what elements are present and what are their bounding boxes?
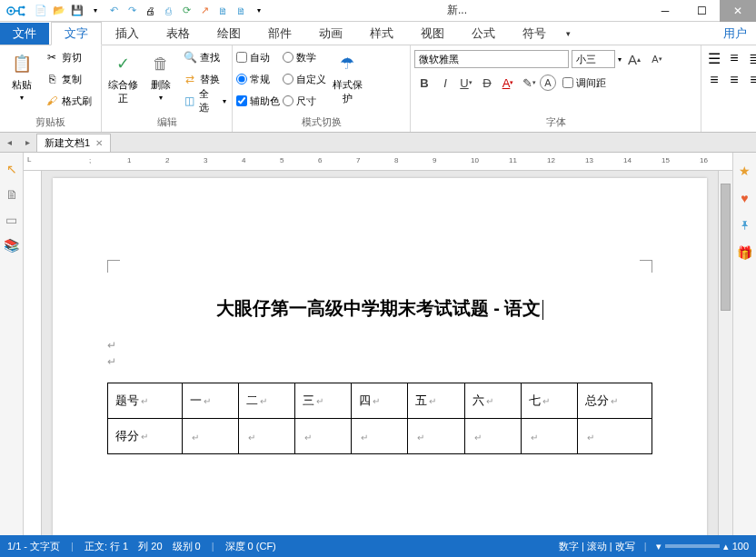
table-row[interactable]: 得分↵ ↵ ↵ ↵ ↵ ↵ ↵ ↵ ↵ [108, 419, 652, 454]
qat-new-icon[interactable]: 📄 [33, 3, 49, 19]
document-tab[interactable]: 新建文档1 ✕ [36, 134, 111, 152]
cut-button[interactable]: ✂剪切 [43, 47, 94, 67]
gift-tool-icon[interactable]: 🎁 [736, 244, 754, 262]
page-tool-icon[interactable]: 🗎 [3, 185, 21, 204]
tab-dropdown-icon[interactable]: ▾ [560, 25, 577, 42]
frame-tool-icon[interactable]: ▭ [3, 211, 21, 229]
pointer-tool-icon[interactable]: ↖ [3, 160, 21, 178]
decrease-font-button[interactable]: A▾ [647, 49, 667, 69]
zoom-out-icon[interactable]: ▾ [656, 541, 662, 552]
file-menu-button[interactable]: 文件 [0, 23, 49, 45]
table-cell[interactable]: 一↵ [183, 383, 239, 419]
qat-redo-icon[interactable]: ↷ [124, 3, 140, 19]
bold-button[interactable]: B [414, 73, 434, 93]
align-center-button[interactable]: ≡ [725, 71, 743, 89]
qat-more-icon[interactable]: ▾ [251, 3, 267, 19]
normal-radio[interactable]: 常规 [236, 69, 280, 89]
vertical-ruler[interactable] [24, 171, 42, 552]
minimize-button[interactable]: ─ [647, 0, 683, 22]
status-page[interactable]: 1/1 - 文字页 [7, 540, 60, 553]
zoom-in-icon[interactable]: ▴ [723, 541, 729, 552]
table-cell[interactable]: ↵ [239, 419, 295, 454]
page-viewport[interactable]: 大眼仔第一高级中学期末考试试题 - 语文 ↵ ↵ 题号↵ 一↵ 二↵ 三↵ 四↵… [42, 171, 718, 538]
copy-button[interactable]: ⎘复制 [43, 69, 94, 89]
star-tool-icon[interactable]: ★ [736, 162, 754, 180]
table-cell[interactable]: 总分↵ [577, 383, 652, 419]
close-button[interactable]: ✕ [720, 0, 756, 22]
align-left-button[interactable]: ≡ [705, 71, 723, 89]
document-title[interactable]: 大眼仔第一高级中学期末考试试题 - 语文 [107, 296, 652, 321]
document-tab-close-icon[interactable]: ✕ [95, 138, 103, 148]
qat-print2-icon[interactable]: ⎙ [160, 3, 176, 19]
table-cell[interactable]: ↵ [577, 419, 652, 454]
table-cell[interactable]: ↵ [408, 419, 464, 454]
table-cell[interactable]: ↵ [183, 419, 239, 454]
table-cell[interactable]: 六↵ [464, 383, 521, 419]
dimension-radio[interactable]: 尺寸 [283, 91, 326, 111]
align-right-button[interactable]: ≡ [745, 71, 756, 89]
tab-text[interactable]: 文字 [51, 22, 102, 45]
custom-radio[interactable]: 自定义 [283, 69, 326, 89]
table-cell[interactable]: ↵ [521, 419, 577, 454]
table-cell[interactable]: 四↵ [352, 383, 408, 419]
replace-button[interactable]: ⇄替换 [181, 69, 228, 89]
integrate-button[interactable]: ✓ 综合修正 [105, 47, 141, 105]
qat-doc1-icon[interactable]: 🗎 [214, 3, 231, 19]
user-menu[interactable]: 用户 [723, 25, 747, 42]
doctab-next-icon[interactable]: ▸ [18, 134, 36, 152]
books-tool-icon[interactable]: 📚 [3, 236, 21, 254]
table-cell[interactable]: ↵ [352, 419, 408, 454]
increase-font-button[interactable]: A▴ [624, 49, 644, 69]
clip-tool-icon[interactable]: 🖈 [736, 216, 754, 234]
spacing-checkbox[interactable]: 调间距 [562, 73, 606, 93]
select-all-button[interactable]: ◫全选▾ [181, 91, 228, 111]
format-painter-button[interactable]: 🖌格式刷 [43, 91, 94, 111]
qat-undo-icon[interactable]: ↶ [105, 3, 122, 19]
aux-color-checkbox[interactable]: 辅助色 [236, 91, 280, 111]
tab-table[interactable]: 表格 [153, 22, 204, 45]
qat-dropdown-icon[interactable]: ▾ [87, 3, 104, 19]
tab-animation[interactable]: 动画 [305, 22, 356, 45]
table-cell[interactable]: 七↵ [521, 383, 577, 419]
list-button[interactable]: ≣ [745, 49, 756, 67]
tab-formula[interactable]: 公式 [458, 22, 509, 45]
font-size-select[interactable] [572, 50, 615, 68]
table-row[interactable]: 题号↵ 一↵ 二↵ 三↵ 四↵ 五↵ 六↵ 七↵ 总分↵ [108, 383, 652, 419]
qat-print-icon[interactable]: 🖨 [142, 3, 158, 19]
qat-save-icon[interactable]: 💾 [69, 3, 85, 19]
tab-insert[interactable]: 插入 [102, 22, 153, 45]
style-protect-button[interactable]: ☂ 样式保护 [329, 47, 365, 105]
table-cell[interactable]: 五↵ [408, 383, 464, 419]
table-cell[interactable]: 三↵ [295, 383, 352, 419]
circle-a-button[interactable]: A [540, 75, 556, 91]
scrollbar-thumb[interactable] [721, 184, 731, 311]
list-number-button[interactable]: ≡ [725, 49, 743, 67]
italic-button[interactable]: I [435, 73, 455, 93]
highlight-button[interactable]: ✎▾ [519, 73, 539, 93]
paste-button[interactable]: 📋 粘贴 ▾ [4, 47, 40, 102]
qat-open-icon[interactable]: 📂 [51, 3, 67, 19]
vertical-scrollbar[interactable] [718, 171, 732, 538]
doctab-prev-icon[interactable]: ◂ [0, 134, 18, 152]
list-bullet-button[interactable]: ☰ [705, 49, 723, 67]
tab-draw[interactable]: 绘图 [204, 22, 254, 45]
tab-parts[interactable]: 部件 [254, 22, 305, 45]
table-cell[interactable]: 二↵ [239, 383, 295, 419]
qat-refresh-icon[interactable]: ⟳ [178, 3, 194, 19]
find-button[interactable]: 🔍查找 [181, 47, 228, 67]
horizontal-ruler[interactable]: L ;12345678910111213141516 [24, 153, 732, 171]
tab-view[interactable]: 视图 [407, 22, 458, 45]
delete-button[interactable]: 🗑 删除 ▾ [144, 47, 179, 102]
table-cell[interactable]: 得分↵ [108, 419, 183, 454]
font-color-button[interactable]: A▾ [498, 73, 518, 93]
tab-style[interactable]: 样式 [356, 22, 407, 45]
math-radio[interactable]: 数学 [283, 47, 326, 67]
status-modes[interactable]: 数字 | 滚动 | 改写 [559, 540, 635, 553]
underline-button[interactable]: U▾ [456, 73, 476, 93]
table-cell[interactable]: ↵ [464, 419, 521, 454]
auto-checkbox[interactable]: 自动 [236, 47, 280, 67]
zoom-control[interactable]: ▾ ▴ 100 [656, 541, 749, 552]
maximize-button[interactable]: ☐ [683, 0, 720, 22]
font-name-select[interactable] [414, 50, 569, 68]
zoom-value[interactable]: 100 [732, 541, 749, 552]
